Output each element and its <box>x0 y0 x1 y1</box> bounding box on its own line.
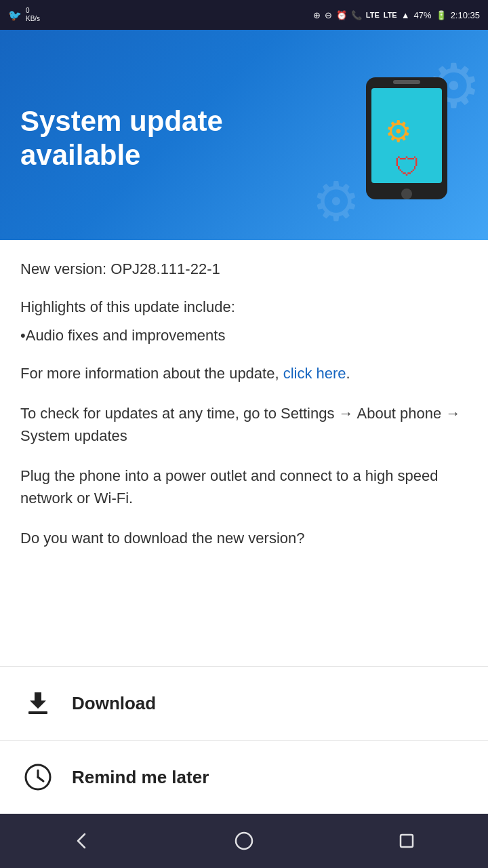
action-buttons: Download Remind me later <box>0 666 488 814</box>
highlights-title: Highlights of this update include: <box>20 298 468 316</box>
download-icon <box>20 686 56 721</box>
version-text: New version: OPJ28.111-22-1 <box>20 260 468 278</box>
minus-icon: ⊖ <box>325 10 332 20</box>
download-button[interactable]: Download <box>0 667 488 740</box>
content-area: New version: OPJ28.111-22-1 Highlights o… <box>0 240 488 666</box>
clock: 2:10:35 <box>451 10 480 20</box>
svg-line-9 <box>38 777 43 781</box>
refresh-icon: ⊕ <box>313 10 321 20</box>
status-bar: 🐦 0KB/s ⊕ ⊖ ⏰ 📞 LTE LTE ▲ 47% 🔋 2:10:35 <box>0 0 488 30</box>
info-more: For more information about the update, c… <box>20 362 468 384</box>
svg-text:🛡: 🛡 <box>394 153 420 181</box>
info1-prefix: For more information about the update, <box>20 365 283 382</box>
signal-icon: ▲ <box>401 10 410 20</box>
twitter-icon: 🐦 <box>8 9 22 22</box>
download-label: Download <box>72 693 156 714</box>
click-here-link[interactable]: click here <box>283 365 346 382</box>
phone-graphic: ⚙ 🛡 <box>352 71 461 209</box>
phone-illustration: ⚙ ⚙ ⚙ 🛡 <box>319 64 468 213</box>
alarm-icon: ⏰ <box>336 10 347 20</box>
header-banner: System update available ⚙ ⚙ ⚙ 🛡 <box>0 30 488 240</box>
svg-text:⚙: ⚙ <box>385 115 411 148</box>
clock-icon <box>20 760 56 795</box>
battery-percent: 47% <box>414 10 432 20</box>
info-settings: To check for updates at any time, go to … <box>20 402 468 447</box>
download-question: Do you want to download the new version? <box>20 527 468 549</box>
battery-icon: 🔋 <box>436 10 447 20</box>
svg-point-10 <box>236 833 252 849</box>
svg-rect-2 <box>393 80 420 84</box>
phone-icon: 📞 <box>351 10 362 20</box>
home-button[interactable] <box>224 821 264 861</box>
remind-later-button[interactable]: Remind me later <box>0 741 488 814</box>
remind-label: Remind me later <box>72 767 209 788</box>
recents-button[interactable] <box>386 821 427 861</box>
lte-badge2: LTE <box>384 11 397 19</box>
back-button[interactable] <box>61 821 102 861</box>
lte-badge1: LTE <box>366 11 380 19</box>
page-title: System update available <box>20 104 278 173</box>
network-speed: 0KB/s <box>26 7 40 23</box>
bullet-audio: •Audio fixes and improvements <box>20 327 468 344</box>
svg-rect-6 <box>28 711 47 714</box>
nav-bar <box>0 814 488 868</box>
info-power: Plug the phone into a power outlet and c… <box>20 465 468 509</box>
status-left: 🐦 0KB/s <box>8 7 40 23</box>
svg-point-3 <box>401 189 412 199</box>
svg-rect-11 <box>401 835 413 847</box>
status-right: ⊕ ⊖ ⏰ 📞 LTE LTE ▲ 47% 🔋 2:10:35 <box>313 10 480 20</box>
info1-suffix: . <box>346 365 350 382</box>
